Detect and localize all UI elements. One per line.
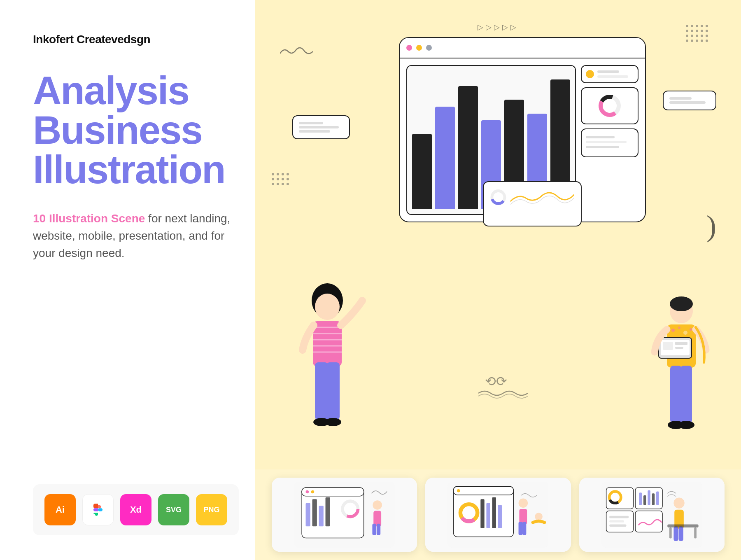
svg-rect-81: [678, 526, 683, 541]
header-dot-gray: [426, 45, 432, 51]
thumbnails-section: [255, 469, 741, 560]
thumbnail-1: [272, 478, 417, 552]
svg-point-21: [678, 327, 680, 329]
svg-rect-74: [656, 492, 659, 505]
bar-2: [435, 107, 455, 209]
text-lines-widget: [581, 128, 638, 157]
play-arrows-decor: ▷▷▷▷▷: [478, 23, 519, 32]
svg-rect-54: [481, 499, 485, 528]
speech-bubble-left: [292, 115, 350, 139]
svg-rect-56: [492, 497, 496, 528]
svg-rect-72: [648, 490, 650, 505]
dashboard-header: [400, 38, 645, 58]
svg-rect-50: [454, 486, 514, 495]
svg-rect-75: [609, 516, 629, 518]
svg-rect-46: [372, 524, 376, 535]
widget-line-1: [597, 70, 619, 73]
svg-rect-14: [326, 362, 340, 420]
svg-point-32: [678, 421, 694, 429]
donut-widget: [581, 87, 638, 124]
wave-decoration: [478, 387, 528, 399]
png-icon: PNG: [196, 494, 227, 525]
squiggle-decor: [280, 45, 313, 58]
svg-point-23: [690, 328, 692, 331]
header-dot-pink: [406, 45, 412, 51]
tool-icons-container: Ai Xd SVG PNG: [33, 484, 239, 535]
svg-point-37: [311, 490, 315, 494]
svg-rect-40: [319, 506, 324, 526]
speech-bubble-right: [663, 91, 716, 110]
svg-rect-80: [673, 526, 678, 541]
play-arrows-text: ▷▷▷▷▷: [478, 23, 519, 32]
svg-rect-70: [639, 492, 642, 505]
thumbnail-3-inner: [579, 478, 725, 552]
dots-top-right: [686, 25, 708, 42]
description-bold: 10 Illustration Scene: [33, 212, 145, 225]
svg-point-16: [325, 418, 341, 426]
title-line3: Illustration: [33, 147, 225, 191]
hero-section: ▷▷▷▷▷ ): [255, 0, 741, 469]
svg-rect-82: [667, 525, 698, 528]
svg-point-62: [535, 513, 543, 520]
description: 10 Illustration Scene for next landing, …: [33, 210, 231, 262]
svg-rect-27: [675, 342, 687, 345]
svg-rect-76: [609, 520, 624, 523]
svg-rect-13: [315, 362, 328, 420]
svg-rect-29: [670, 366, 682, 423]
svg-rect-73: [652, 493, 655, 505]
svg-rect-77: [609, 525, 626, 527]
text-line-2: [586, 141, 627, 143]
svg-point-6: [315, 294, 340, 320]
svg-point-51: [457, 489, 460, 492]
thumbnail-2-inner: [425, 478, 571, 552]
svg-icon: SVG: [158, 494, 189, 525]
bubble-line-2: [299, 126, 339, 128]
svg-rect-30: [680, 366, 692, 423]
svg-rect-60: [519, 522, 522, 535]
svg-point-58: [519, 498, 528, 508]
right-panel: ▷▷▷▷▷ ): [255, 0, 741, 560]
svg-rect-39: [312, 499, 317, 526]
svg-point-22: [683, 331, 687, 335]
svg-rect-67: [635, 511, 662, 532]
yellow-dot-widget: [581, 65, 638, 83]
thumbnail-2: [425, 478, 571, 552]
thumbnail-3: [579, 478, 725, 552]
bar-1: [412, 134, 432, 209]
curly-brace-decor: ): [706, 211, 716, 241]
bubble-line-5: [669, 101, 706, 104]
person-woman: [288, 280, 366, 449]
svg-rect-83: [669, 527, 672, 538]
svg-point-20: [671, 329, 675, 332]
left-panel: Inkofert Createvedsgn Analysis Business …: [0, 0, 255, 560]
svg-rect-71: [643, 495, 646, 505]
header-dot-yellow: [416, 45, 422, 51]
bubble-line-4: [669, 97, 692, 100]
side-widgets: [581, 65, 638, 215]
main-title: Analysis Business Illustration: [33, 71, 231, 189]
svg-rect-26: [663, 342, 673, 350]
bubble-line-3: [299, 130, 330, 133]
svg-rect-61: [522, 522, 526, 535]
brand-name: Inkofert Createvedsgn: [33, 33, 231, 46]
svg-rect-47: [377, 524, 380, 535]
svg-point-36: [306, 490, 309, 494]
svg-rect-41: [326, 497, 330, 527]
xd-icon: Xd: [120, 494, 151, 525]
person-man: [646, 288, 716, 449]
text-line-3: [586, 146, 619, 148]
text-line-1: [586, 136, 615, 138]
bubble-line-1: [299, 122, 323, 124]
svg-rect-57: [498, 505, 502, 528]
small-wave-widget: [483, 181, 582, 226]
thumbnail-1-inner: [272, 478, 417, 552]
figma-icon: [82, 494, 114, 525]
svg-rect-38: [306, 503, 310, 526]
svg-rect-84: [694, 527, 697, 538]
dots-left-mid: [272, 173, 289, 185]
bar-3: [458, 86, 478, 209]
svg-rect-28: [675, 347, 683, 349]
ai-icon: Ai: [44, 494, 76, 525]
svg-point-18: [670, 296, 693, 311]
widget-line-2: [597, 75, 628, 78]
